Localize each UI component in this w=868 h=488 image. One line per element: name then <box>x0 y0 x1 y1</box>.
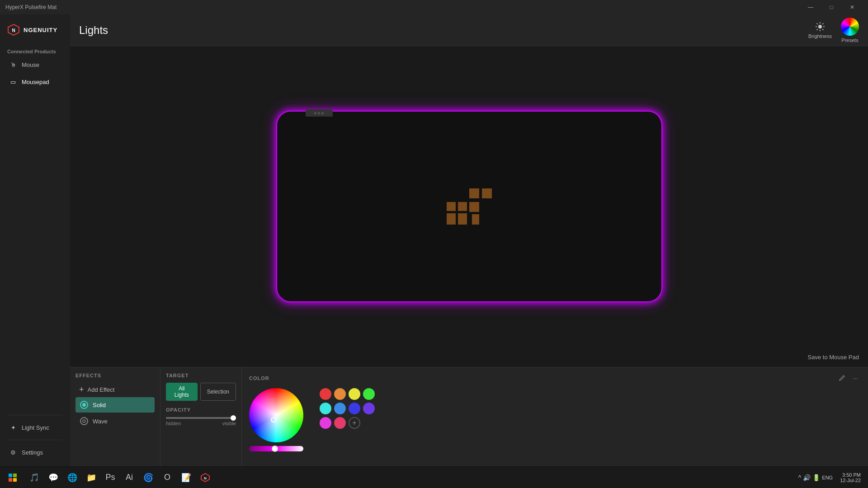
battery-icon[interactable]: 🔋 <box>812 474 820 481</box>
svg-line-7 <box>817 23 818 24</box>
sidebar-divider <box>7 415 63 415</box>
files-app[interactable]: 📁 <box>82 469 100 487</box>
opera-app[interactable]: O <box>158 469 176 487</box>
effect-wave[interactable]: Wave <box>75 413 155 429</box>
bottom-panel: EFFECTS + Add Effect Solid <box>70 367 868 466</box>
swatch-magenta[interactable] <box>320 417 331 429</box>
svg-point-2 <box>818 25 822 28</box>
more-options-button[interactable]: ··· <box>850 373 861 384</box>
effects-label: EFFECTS <box>75 373 155 378</box>
presets-action[interactable]: Presets <box>841 18 859 43</box>
color-wheel-cursor <box>271 417 276 422</box>
svg-rect-23 <box>13 478 17 482</box>
svg-rect-20 <box>9 474 12 477</box>
close-button[interactable]: ✕ <box>842 0 863 14</box>
eyedropper-button[interactable] <box>836 373 847 384</box>
opacity-thumb[interactable] <box>231 415 236 421</box>
color-panel: COLOR ··· <box>242 367 868 466</box>
sidebar-item-lightsync[interactable]: ✦ Light Sync <box>2 419 68 436</box>
svg-rect-21 <box>13 474 17 477</box>
discord-app[interactable]: 💬 <box>44 469 62 487</box>
svg-rect-14 <box>458 213 467 225</box>
ellipsis-icon: ··· <box>853 375 858 382</box>
solid-effect-icon <box>80 401 88 409</box>
start-button[interactable] <box>4 469 22 487</box>
connector-dot-3 <box>321 112 324 114</box>
swatch-row-1 <box>320 388 375 400</box>
taskbar-apps: 🎵 💬 🌐 📁 Ps Ai 🌀 O 📝 N <box>25 469 214 487</box>
browser-app[interactable]: 🌐 <box>63 469 81 487</box>
notes-app[interactable]: 📝 <box>177 469 195 487</box>
chevron-up-icon[interactable]: ^ <box>798 474 802 481</box>
color-header: COLOR ··· <box>249 373 861 384</box>
color-gradient-bar[interactable] <box>249 446 303 451</box>
titlebar: HyperX Pulsefire Mat — □ ✕ <box>0 0 868 14</box>
sidebar-item-mouse[interactable]: 🖱 Mouse <box>2 56 68 73</box>
swatch-red[interactable] <box>320 388 331 400</box>
add-swatch-button[interactable]: + <box>349 417 360 429</box>
window-controls: — □ ✕ <box>800 0 863 14</box>
app-layout: N NGENUITY Connected Products 🖱 Mouse ▭ … <box>0 14 868 466</box>
target-panel: TARGET All Lights Selection OPACITY hidd… <box>160 367 242 466</box>
svg-rect-16 <box>482 188 492 198</box>
logo-area: N NGENUITY <box>0 18 70 42</box>
swatch-row-3: + <box>320 417 375 429</box>
effects-panel: EFFECTS + Add Effect Solid <box>70 367 160 466</box>
hyperx-logo <box>447 188 492 225</box>
svg-text:N: N <box>204 476 207 480</box>
swatch-blue-light[interactable] <box>334 403 346 414</box>
photoshop-app[interactable]: Ps <box>101 469 119 487</box>
swatch-green[interactable] <box>363 388 375 400</box>
wave-effect-icon <box>80 417 88 425</box>
add-effect-button[interactable]: + Add Effect <box>75 383 155 396</box>
mousepad-connector <box>306 109 333 117</box>
swatch-orange[interactable] <box>334 388 346 400</box>
ngenuity-logo-icon: N <box>7 23 20 36</box>
mousepad-container <box>277 112 661 301</box>
settings-icon: ⚙ <box>9 448 17 456</box>
mousepad-icon: ▭ <box>9 78 17 86</box>
opacity-fill <box>166 417 232 419</box>
minimize-button[interactable]: — <box>800 0 821 14</box>
opacity-slider[interactable] <box>166 417 236 419</box>
gradient-thumb[interactable] <box>272 446 278 452</box>
mouse-icon: 🖱 <box>9 61 17 69</box>
target-buttons: All Lights Selection <box>166 383 236 401</box>
sys-tray: ^ 🔊 🔋 ENG <box>798 474 833 481</box>
connector-dot-2 <box>318 112 320 114</box>
selection-button[interactable]: Selection <box>200 383 236 401</box>
brightness-label: Brightness <box>808 33 832 39</box>
effect-solid[interactable]: Solid <box>75 397 155 413</box>
swatch-pink[interactable] <box>334 417 346 429</box>
mousepad-visual[interactable] <box>277 112 661 301</box>
maximize-button[interactable]: □ <box>821 0 842 14</box>
volume-icon[interactable]: 🔊 <box>803 474 811 481</box>
clock-date: 12-Jul-22 <box>840 478 861 483</box>
swatch-purple[interactable] <box>363 403 375 414</box>
ngenuity-app[interactable]: N <box>196 469 214 487</box>
swatch-yellow[interactable] <box>349 388 360 400</box>
connected-products-label: Connected Products <box>0 45 70 56</box>
svg-rect-15 <box>469 188 479 198</box>
all-lights-button[interactable]: All Lights <box>166 383 198 401</box>
sidebar-item-mousepad[interactable]: ▭ Mousepad <box>2 73 68 90</box>
sidebar-item-settings[interactable]: ⚙ Settings <box>2 444 68 461</box>
brightness-icon <box>815 22 825 32</box>
main-content: Lights <box>70 14 868 466</box>
swatch-cyan[interactable] <box>320 403 331 414</box>
brightness-action[interactable]: Brightness <box>808 22 832 39</box>
opacity-labels: hidden visible <box>166 421 236 426</box>
spotify-app[interactable]: 🎵 <box>25 469 43 487</box>
save-button[interactable]: Save to Mouse Pad <box>802 351 864 363</box>
presets-preview <box>841 18 859 36</box>
taskbar-clock[interactable]: 3:50 PM 12-Jul-22 <box>836 472 864 483</box>
color-swatches: + <box>320 388 375 429</box>
svg-rect-22 <box>9 478 12 482</box>
color-wheel[interactable] <box>249 388 303 442</box>
hidden-label: hidden <box>166 421 181 426</box>
ai-app[interactable]: Ai <box>120 469 138 487</box>
svg-rect-18 <box>472 214 479 225</box>
svg-rect-13 <box>458 202 467 211</box>
swatch-blue[interactable] <box>349 403 360 414</box>
edge-app[interactable]: 🌀 <box>139 469 157 487</box>
